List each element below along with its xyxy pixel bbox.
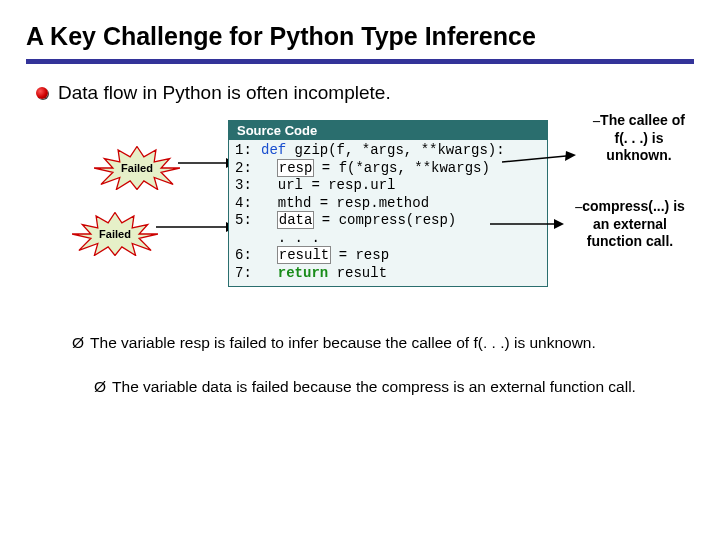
burst-failed-1: Failed [94,146,180,190]
burst-failed-2: Failed [72,212,158,256]
code-text: = resp [330,247,389,263]
main-bullet: Data flow in Python is often incomplete. [0,82,720,104]
annot-line: The callee of [600,112,685,128]
title-underline [26,59,694,64]
annot-line: an external [593,216,667,232]
annotation-callee-unknown: –The callee of f(. . .) is unknown. [578,112,700,163]
burst-label: Failed [94,146,180,190]
line-number: 7: [235,265,261,283]
code-text: mthd = resp.method [278,195,429,211]
line-number: 3: [235,177,261,195]
code-highlight: data [278,212,314,228]
code-highlight: resp [278,160,314,176]
line-number: 4: [235,195,261,213]
line-number: 5: [235,212,261,230]
code-highlight: result [278,247,330,263]
note-item: Ø The variable data is failed because th… [72,378,648,396]
slide-title: A Key Challenge for Python Type Inferenc… [0,0,720,59]
line-number: 1: [235,142,261,160]
annot-line: compress(...) is [582,198,685,214]
notes-area: Ø The variable resp is failed to infer b… [0,328,720,396]
annot-line: f(. . .) is [615,130,664,146]
code-text: result [337,265,387,281]
annot-line: unknown. [606,147,671,163]
burst-label: Failed [72,212,158,256]
line-number [235,230,261,248]
annotation-external-call: –compress(...) is an external function c… [560,198,700,249]
note-item: Ø The variable resp is failed to infer b… [72,334,648,352]
svg-marker-7 [565,151,576,161]
code-text: . . . [278,230,320,246]
arrow-icon [498,150,576,170]
arrow-icon [486,214,564,234]
source-code-box: Source Code 1:def gzip(f, *args, **kwarg… [228,120,548,287]
arrow-icon [154,218,236,236]
code-kw: def [261,142,295,158]
code-text: = compress(resp) [313,212,456,228]
note-marker: Ø [72,334,84,352]
note-text: The variable data is failed because the … [112,378,636,396]
code-header: Source Code [229,121,547,140]
line-number: 6: [235,247,261,265]
bullet-text: Data flow in Python is often incomplete. [58,82,391,104]
code-kw: return [278,265,337,281]
diagram-area: Failed Failed Source Code 1:def gzip(f, … [0,118,720,328]
code-text: gzip(f, *args, **kwargs): [295,142,505,158]
arrow-icon [176,154,236,172]
code-text: url = resp.url [278,177,396,193]
note-marker: Ø [94,378,106,396]
line-number: 2: [235,160,261,178]
svg-line-6 [502,156,566,162]
annot-line: function call. [587,233,673,249]
code-text: = f(*args, **kwargs) [313,160,489,176]
bullet-icon [36,87,48,99]
note-text: The variable resp is failed to infer bec… [90,334,596,352]
